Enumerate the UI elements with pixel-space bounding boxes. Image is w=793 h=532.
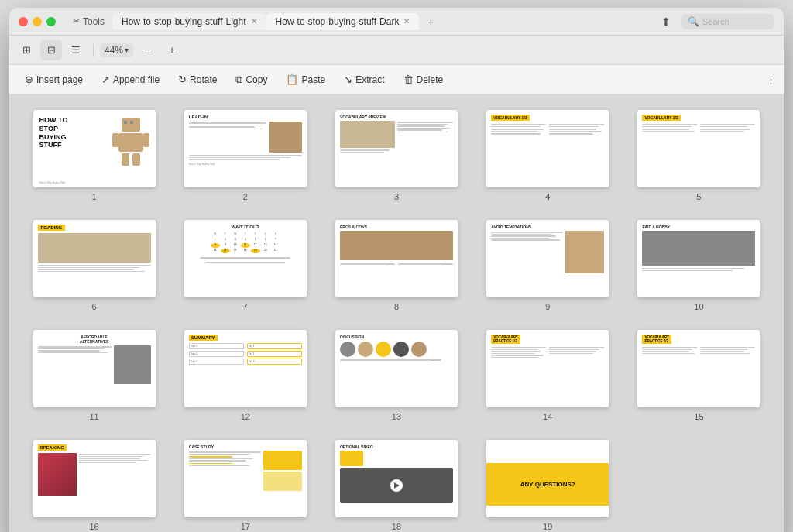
page-item-19[interactable]: ANY QUESTIONS? 19 [479,440,617,531]
svg-rect-6 [122,153,129,166]
page-thumb-18: OPTIONAL VIDEO [335,440,458,517]
svg-rect-3 [118,133,143,152]
page-item-16[interactable]: SPEAKING 16 [25,440,163,531]
page-num-8: 8 [394,302,399,311]
extract-label: Extract [355,74,384,85]
page-thumb-9: AVOID TEMPTATIONS [486,220,609,297]
page-num-10: 10 [694,302,703,311]
page-num-6: 6 [92,302,97,311]
page-thumb-6: READING [33,220,156,297]
extract-btn[interactable]: ↘ Extract [336,70,392,88]
copy-icon: ⧉ [235,74,242,86]
page-item-8[interactable]: PROS & CONS 8 [327,220,465,311]
page-thumb-7: WAIT IT OUT M T W T F S S 1 [184,220,307,297]
page-item-9[interactable]: AVOID TEMPTATIONS 9 [479,220,617,311]
zoom-down-icon[interactable]: ▾ [125,46,129,54]
share-button[interactable]: ⬆ [657,12,675,31]
page-thumb-14: VOCABULARYPRACTICE 1/2 [486,330,609,407]
page-item-5[interactable]: VOCABULARY 2/2 5 [630,110,768,201]
page-item-15[interactable]: VOCABULARYPRACTICE 2/2 [630,330,768,421]
page-num-18: 18 [392,522,401,531]
page-item-2[interactable]: LEAD-IN How to Stop Buying Stuff [176,110,314,201]
page-num-5: 5 [696,192,701,201]
page-thumb-13: DISCUSSION [335,330,458,407]
insert-page-btn[interactable]: ⊕ Insert page [17,70,91,88]
new-tab-button[interactable]: + [424,15,438,29]
page-item-10[interactable]: FIND A HOBBY 10 [630,220,768,311]
page-num-13: 13 [392,412,401,421]
delete-icon: 🗑 [403,74,414,85]
page-grid: HOW TOSTOPBUYINGSTUFF [25,110,768,531]
page-num-19: 19 [543,522,552,531]
tab-light[interactable]: How-to-stop-buying-stuff-Light ✕ [112,13,266,30]
page-item-4[interactable]: VOCABULARY 1/2 [479,110,617,201]
page-item-3[interactable]: VOCABULARY PREVIEW [327,110,465,201]
insert-page-label: Insert page [36,74,83,85]
extract-icon: ↘ [344,74,352,85]
search-box[interactable]: 🔍 Search [681,14,774,29]
zoom-out-btn[interactable]: − [136,40,158,60]
page-num-7: 7 [243,302,248,311]
toolbar-more[interactable]: ⋮ [766,74,776,85]
paste-btn[interactable]: 📋 Paste [278,70,333,88]
page-item-7[interactable]: WAIT IT OUT M T W T F S S 1 [176,220,314,311]
tools-tab[interactable]: ✂ Tools [65,13,112,30]
svg-rect-4 [112,133,118,147]
delete-label: Delete [417,74,444,85]
close-button[interactable] [19,17,28,26]
page-item-1[interactable]: HOW TOSTOPBUYINGSTUFF [25,110,163,201]
page-item-17[interactable]: CASE STUDY [176,440,314,531]
tab-dark[interactable]: How-to-stop-buying-stuff-Dark ✕ [266,13,420,30]
sidebar-toggle[interactable]: ⊞ [15,40,37,60]
rotate-btn[interactable]: ↻ Rotate [170,70,225,88]
svg-rect-0 [122,118,140,132]
page-thumb-4: VOCABULARY 1/2 [486,110,609,187]
page-thumb-11: AFFORDABLEALTERNATIVES [33,330,156,407]
page-num-1: 1 [92,192,97,201]
svg-rect-7 [132,153,140,166]
titlebar-actions: ⬆ 🔍 Search [657,12,774,31]
page-item-14[interactable]: VOCABULARYPRACTICE 1/2 [479,330,617,421]
delete-btn[interactable]: 🗑 Delete [396,70,451,88]
zoom-value: 44% [105,45,123,56]
tab-dark-close[interactable]: ✕ [403,17,410,26]
append-file-icon: ↗ [101,74,110,85]
page-item-11[interactable]: AFFORDABLEALTERNATIVES 11 [25,330,163,421]
page-view-btn[interactable]: ☰ [65,40,87,60]
rotate-icon: ↻ [178,74,187,85]
page-thumb-2: LEAD-IN How to Stop Buying Stuff [184,110,307,187]
grid-view-btn[interactable]: ⊟ [40,40,62,60]
titlebar: ✂ Tools How-to-stop-buying-stuff-Light ✕… [9,8,784,36]
page-thumb-3: VOCABULARY PREVIEW [335,110,458,187]
page-num-17: 17 [241,522,250,531]
copy-btn[interactable]: ⧉ Copy [228,70,275,89]
minimize-button[interactable] [33,17,42,26]
tab-dark-label: How-to-stop-buying-stuff-Dark [276,16,400,27]
rotate-label: Rotate [190,74,217,85]
maximize-button[interactable] [46,17,56,26]
copy-label: Copy [245,74,267,85]
paste-label: Paste [301,74,325,85]
page-num-4: 4 [545,192,550,201]
page-item-18[interactable]: OPTIONAL VIDEO 18 [327,440,465,531]
tabs-area: ✂ Tools How-to-stop-buying-stuff-Light ✕… [65,13,657,30]
svg-rect-2 [130,121,133,124]
traffic-lights [19,17,56,26]
page-thumb-1: HOW TOSTOPBUYINGSTUFF [33,110,156,187]
app-window: ✂ Tools How-to-stop-buying-stuff-Light ✕… [9,8,784,532]
zoom-control[interactable]: 44% ▾ [100,43,133,57]
append-file-btn[interactable]: ↗ Append file [94,70,167,88]
tools-icon: ✂ [73,16,80,26]
page-thumb-16: SPEAKING [33,440,156,517]
page-item-12[interactable]: SUMMARY Topic 1 Topic 2 Topic 3 [176,330,314,421]
page-thumb-8: PROS & CONS [335,220,458,297]
zoom-in-btn[interactable]: + [161,40,183,60]
page-num-16: 16 [89,522,98,531]
paste-icon: 📋 [286,74,298,85]
svg-rect-1 [124,121,127,124]
page-num-15: 15 [694,412,703,421]
append-file-label: Append file [113,74,160,85]
page-item-13[interactable]: DISCUSSION 13 [327,330,465,421]
page-item-6[interactable]: READING 6 [25,220,163,311]
tab-light-close[interactable]: ✕ [251,17,257,26]
